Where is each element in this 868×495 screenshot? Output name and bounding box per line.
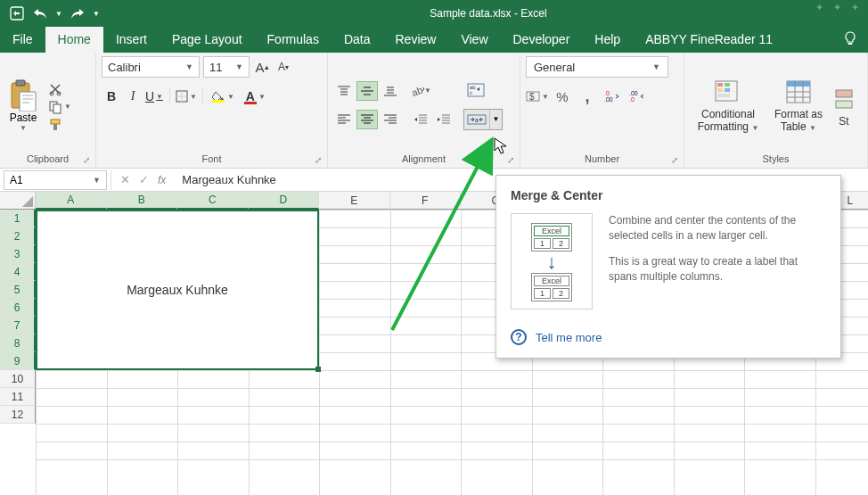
svg-rect-29 (717, 94, 730, 97)
row-header-6[interactable]: 6 (0, 299, 36, 317)
underline-button[interactable]: U▼ (144, 87, 164, 106)
row-header-10[interactable]: 10 (0, 370, 36, 388)
align-top-button[interactable] (333, 81, 355, 101)
orientation-button[interactable]: ab▼ (410, 81, 431, 101)
cancel-formula-icon[interactable]: ✕ (120, 173, 130, 186)
align-center-button[interactable] (356, 110, 378, 129)
clipboard-launcher-icon[interactable]: ⤢ (83, 155, 94, 166)
align-middle-button[interactable] (356, 81, 378, 101)
align-left-button[interactable] (333, 110, 355, 129)
paste-button[interactable]: Paste ▼ (5, 76, 41, 132)
tab-help[interactable]: Help (582, 27, 633, 53)
percent-format-button[interactable]: % (551, 87, 574, 106)
autosave-toggle-icon[interactable] (9, 5, 25, 21)
svg-rect-31 (787, 81, 810, 87)
col-header-F[interactable]: F (390, 192, 462, 210)
tab-view[interactable]: View (448, 27, 500, 53)
format-as-table-button[interactable]: Format as Table ▼ (766, 74, 831, 135)
decrease-indent-button[interactable] (410, 110, 431, 129)
font-launcher-icon[interactable]: ⤢ (315, 155, 325, 166)
col-header-E[interactable]: E (319, 192, 390, 210)
col-header-A[interactable]: A (36, 192, 107, 210)
tell-me-icon[interactable] (839, 31, 861, 53)
tab-abbyy[interactable]: ABBYY FineReader 11 (633, 27, 785, 53)
tell-me-more-label: Tell me more (536, 331, 602, 344)
tooltip-arrow-icon: ↓ (547, 255, 557, 269)
number-format-select[interactable]: General▼ (526, 56, 668, 78)
svg-text:$: $ (529, 92, 535, 102)
paste-dropdown-icon[interactable]: ▼ (20, 124, 27, 132)
increase-decimal-button[interactable]: .0.00 (601, 87, 624, 106)
redo-icon[interactable] (70, 5, 86, 21)
row-header-8[interactable]: 8 (0, 334, 36, 352)
tab-formulas[interactable]: Formulas (255, 27, 332, 53)
decrease-decimal-button[interactable]: .00.0 (626, 87, 649, 106)
enter-formula-icon[interactable]: ✓ (139, 173, 149, 186)
row-header-1[interactable]: 1 (0, 210, 36, 227)
format-painter-button[interactable] (48, 118, 71, 132)
svg-rect-8 (53, 104, 61, 113)
tell-me-more-link[interactable]: ? Tell me more (511, 329, 826, 345)
fill-color-button[interactable]: ▼ (209, 87, 228, 106)
help-icon: ? (511, 329, 527, 345)
name-box[interactable]: A1▼ (4, 170, 107, 190)
cut-button[interactable] (48, 82, 71, 96)
font-size-select[interactable]: 11▼ (203, 56, 250, 78)
col-header-C[interactable]: C (177, 192, 249, 210)
merge-center-dropdown-icon[interactable]: ▼ (489, 110, 502, 129)
font-size-value: 11 (209, 61, 222, 74)
borders-button[interactable]: ▼ (176, 87, 197, 106)
align-bottom-button[interactable] (380, 81, 401, 101)
tab-insert[interactable]: Insert (103, 27, 160, 53)
tab-file[interactable]: File (0, 27, 45, 53)
col-header-B[interactable]: B (107, 192, 178, 210)
cell-styles-button[interactable]: St (831, 81, 857, 128)
fill-handle[interactable] (315, 367, 321, 372)
col-header-D[interactable]: D (249, 192, 320, 210)
increase-indent-button[interactable] (433, 110, 454, 129)
tab-home[interactable]: Home (45, 27, 103, 53)
formula-value: Margeaux Kuhnke (182, 173, 276, 186)
row-header-2[interactable]: 2 (0, 227, 36, 245)
fx-icon[interactable]: fx (158, 174, 166, 186)
row-header-9[interactable]: 9 (0, 352, 36, 370)
merged-cell[interactable]: Margeaux Kuhnke (36, 210, 319, 370)
row-header-12[interactable]: 12 (0, 406, 36, 424)
row-header-7[interactable]: 7 (0, 317, 36, 334)
bold-button[interactable]: B (102, 87, 121, 106)
svg-text:ab: ab (410, 84, 424, 97)
font-name-select[interactable]: Calibri▼ (102, 56, 200, 78)
undo-dropdown-icon[interactable]: ▼ (55, 10, 62, 18)
font-color-button[interactable]: A▼ (241, 87, 260, 106)
svg-text:c: c (470, 90, 472, 95)
wrap-text-button[interactable]: abc (463, 80, 488, 100)
accounting-format-button[interactable]: $▼ (526, 87, 549, 106)
tab-page-layout[interactable]: Page Layout (160, 27, 255, 53)
tab-review[interactable]: Review (383, 27, 449, 53)
paste-icon (9, 79, 37, 111)
tooltip-preview-after-top: Excel (534, 276, 569, 286)
merge-center-button[interactable]: a ▼ (463, 109, 503, 130)
qat-customize-icon[interactable]: ▼ (93, 10, 100, 18)
conditional-formatting-button[interactable]: Conditional Formatting ▼ (690, 74, 766, 135)
select-all-corner[interactable] (0, 192, 36, 210)
tab-data[interactable]: Data (332, 27, 383, 53)
align-right-button[interactable] (380, 110, 401, 129)
comma-format-button[interactable]: , (576, 87, 599, 106)
merge-center-icon[interactable]: a (464, 110, 489, 129)
undo-icon[interactable] (32, 5, 48, 21)
italic-button[interactable]: I (123, 87, 143, 106)
copy-button[interactable]: ▼ (48, 100, 71, 114)
svg-rect-25 (717, 83, 723, 87)
row-header-5[interactable]: 5 (0, 281, 36, 299)
row-header-4[interactable]: 4 (0, 263, 36, 281)
alignment-launcher-icon[interactable]: ⤢ (507, 155, 518, 166)
row-header-3[interactable]: 3 (0, 245, 36, 263)
increase-font-icon[interactable]: A▴ (253, 58, 271, 76)
svg-rect-27 (717, 88, 723, 92)
decrease-font-icon[interactable]: A▾ (274, 58, 292, 76)
row-header-11[interactable]: 11 (0, 388, 36, 406)
number-launcher-icon[interactable]: ⤢ (671, 155, 682, 166)
conditional-formatting-label: Conditional Formatting (698, 108, 755, 133)
tab-developer[interactable]: Developer (501, 27, 583, 53)
